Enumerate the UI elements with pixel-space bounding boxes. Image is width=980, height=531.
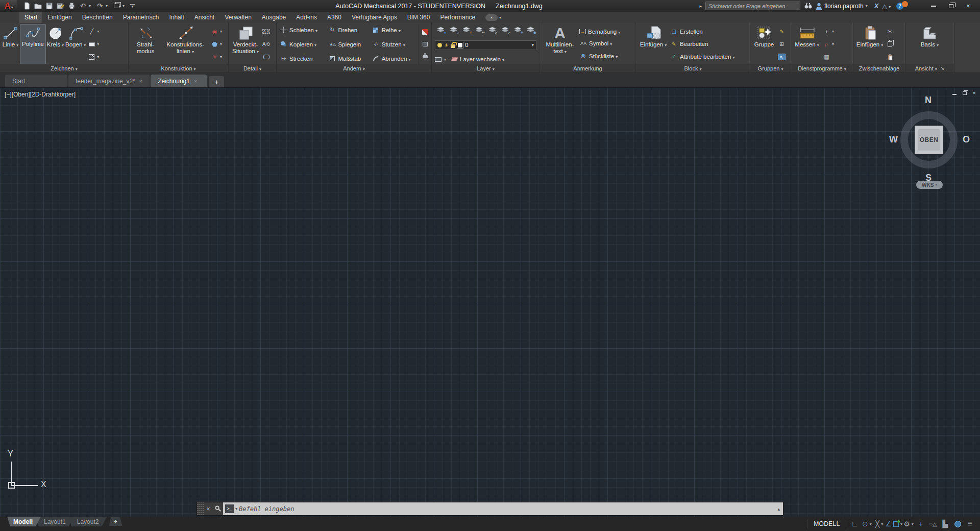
layer-unisolate-button[interactable]: ○: [448, 25, 459, 34]
search-button[interactable]: [804, 3, 812, 9]
schraffur-button[interactable]: [87, 53, 96, 61]
chevron-down-icon[interactable]: ▾: [832, 29, 834, 34]
tab-ausgabe[interactable]: Ausgabe: [257, 12, 291, 23]
notification-badge-icon[interactable]: [902, 1, 908, 7]
gruppe-hinzufuegen-button[interactable]: ⊞: [777, 40, 786, 48]
symbol-button[interactable]: ↗ASymbol: [579, 40, 620, 46]
kreis-button[interactable]: Kreis: [47, 25, 64, 64]
konstruktionslinien-button[interactable]: Konstruktions- linien: [162, 25, 209, 64]
line-segment-button[interactable]: ╱: [87, 28, 96, 35]
chevron-down-icon[interactable]: ▾: [912, 522, 914, 526]
power-erase-button[interactable]: [421, 53, 429, 60]
redo-dropdown[interactable]: ▾: [106, 4, 111, 8]
layout-tab-layout2[interactable]: Layout2: [71, 517, 107, 526]
panel-title-detail[interactable]: Detail: [229, 64, 276, 73]
matchprop-button[interactable]: [421, 28, 429, 36]
schnellauswahl-button[interactable]: ∩: [822, 40, 831, 48]
ucs-icon[interactable]: Y X: [5, 450, 52, 492]
customization-menu-button[interactable]: ≡: [964, 518, 976, 529]
wks-menu-button[interactable]: WKS▾: [916, 181, 943, 189]
viewport-close-icon[interactable]: ×: [973, 90, 976, 96]
tab-addins[interactable]: Add-ins: [291, 12, 322, 23]
help-search-input[interactable]: [705, 2, 800, 10]
rectangle-button[interactable]: [87, 40, 96, 48]
ribbon-minimize-control[interactable]: ▴▾: [485, 12, 501, 23]
cut-button[interactable]: ✂: [886, 28, 894, 35]
tab-einfuegen[interactable]: Einfügen: [42, 12, 77, 23]
snap-mode-toggle[interactable]: ⊙▾: [861, 518, 873, 529]
block-bearbeiten-button[interactable]: ✎Bearbeiten: [670, 41, 734, 47]
drawing-canvas[interactable]: [−][Oben][2D-Drahtkörper] × N W O S OBEN…: [0, 88, 980, 517]
bemassung-button[interactable]: ↔Bemaßung: [579, 29, 620, 35]
chevron-down-icon[interactable]: ▾: [97, 55, 99, 59]
layout-tab-modell[interactable]: Modell: [7, 517, 41, 526]
block-einfuegen-button[interactable]: Einfügen: [638, 25, 669, 64]
tab-beschriften[interactable]: Beschriften: [77, 12, 118, 23]
schieben-button[interactable]: Schieben: [280, 27, 322, 33]
layer-freeze-all-button[interactable]: ✳: [512, 25, 524, 34]
paste-button[interactable]: Einfügen: [855, 25, 884, 64]
strecken-button[interactable]: ↦Strecken: [280, 55, 322, 62]
layer-previous-button[interactable]: ↩: [474, 25, 485, 34]
block-erstellen-button[interactable]: ❏Erstellen: [670, 29, 734, 35]
new-drawing-tab-button[interactable]: +: [209, 76, 224, 87]
layer-off-button[interactable]: ↙: [486, 25, 498, 34]
chevron-down-icon[interactable]: ▾: [97, 29, 99, 34]
bogen-button[interactable]: Bogen: [65, 25, 86, 64]
grid-display-toggle[interactable]: ∟: [848, 518, 861, 529]
layout-tab-layout1[interactable]: Layout1: [38, 517, 74, 526]
paste-special-button[interactable]: [886, 53, 894, 61]
gruppe-button[interactable]: Gruppe: [752, 25, 776, 64]
tab-verwalten[interactable]: Verwalten: [219, 12, 257, 23]
model-space-toggle[interactable]: MODELL: [810, 520, 844, 527]
layer-color-swatch[interactable]: [457, 42, 463, 48]
tab-ansicht[interactable]: Ansicht: [189, 12, 219, 23]
recent-commands-icon[interactable]: ▾: [235, 506, 237, 511]
viewcube-west[interactable]: W: [889, 134, 898, 145]
chevron-down-icon[interactable]: ▾: [881, 522, 883, 526]
spiegeln-button[interactable]: ▲△Spiegeln: [328, 41, 365, 47]
power-edit-button[interactable]: [421, 40, 429, 48]
chevron-down-icon[interactable]: ▾: [531, 42, 534, 47]
account-button[interactable]: florian.paproth ▾: [816, 3, 871, 10]
verdeckt-situation-button[interactable]: Verdeckt- Situation: [231, 25, 260, 64]
workspace-switch-button[interactable]: [111, 1, 122, 11]
panel-title-dienstprogramme[interactable]: Dienstprogramme: [791, 64, 853, 73]
gruppe-bearbeiten-button[interactable]: ✎: [777, 28, 786, 35]
viewcube-top-face[interactable]: OBEN: [915, 126, 943, 154]
panel-title-block[interactable]: Block: [636, 64, 750, 73]
layer-select-combo[interactable]: ☀ 0 ▾: [435, 40, 536, 50]
viewcube-east[interactable]: O: [963, 134, 970, 145]
linie-button[interactable]: Linie: [2, 25, 19, 64]
command-prompt-icon[interactable]: >_: [225, 504, 234, 513]
layer-thaw-sun-icon[interactable]: ☀: [444, 42, 449, 48]
hardware-acceleration-toggle[interactable]: [951, 518, 964, 529]
command-bar-close-button[interactable]: ×: [204, 502, 213, 515]
panel-title-ansicht[interactable]: Ansicht↘: [905, 64, 954, 73]
section-view-button[interactable]: A-A: [262, 28, 271, 35]
detail-annotation-button[interactable]: A⟲: [262, 40, 271, 48]
panel-title-anmerkung[interactable]: Anmerkung: [540, 64, 635, 73]
viewport-controls[interactable]: [−][Oben][2D-Drahtkörper]: [3, 90, 77, 99]
stueckliste-button[interactable]: ⊗Stückliste: [579, 52, 620, 60]
annotation-monitor-toggle[interactable]: +: [915, 518, 927, 529]
save-button[interactable]: [44, 1, 55, 11]
command-bar-customize-button[interactable]: [213, 502, 223, 515]
tab-verfuegbare-apps[interactable]: Verfügbare Apps: [347, 12, 402, 23]
panel-title-zeichnen[interactable]: Zeichnen: [0, 64, 128, 73]
isolate-objects-toggle[interactable]: ○△: [927, 518, 939, 529]
change-layer-icon[interactable]: [451, 57, 458, 61]
tab-start[interactable]: Start: [19, 12, 42, 23]
plot-button[interactable]: [66, 1, 77, 11]
panel-title-zwischenablage[interactable]: Zwischenablage: [853, 64, 905, 73]
chevron-down-icon[interactable]: ▾: [220, 29, 222, 34]
tab-performance[interactable]: Performance: [435, 12, 480, 23]
copy-clip-button[interactable]: [886, 40, 894, 48]
messen-button[interactable]: Messen: [793, 25, 821, 64]
construction-burst-button[interactable]: ✳: [210, 53, 219, 61]
abrunden-button[interactable]: Abrunden: [372, 55, 415, 62]
layer-unlock-icon[interactable]: [451, 44, 455, 48]
strahlmodus-button[interactable]: Strahl- modus: [131, 25, 160, 64]
reihe-button[interactable]: Reihe: [372, 27, 415, 33]
undo-dropdown[interactable]: ▾: [89, 4, 94, 8]
